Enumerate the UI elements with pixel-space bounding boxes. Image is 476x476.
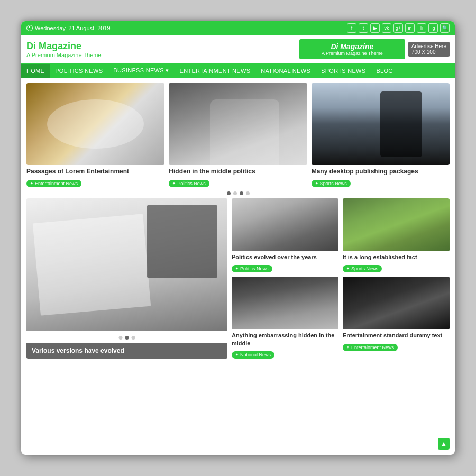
second-row: Various versions have evolved Politics e…: [26, 198, 450, 359]
dot-3[interactable]: [240, 191, 243, 195]
nav-business[interactable]: BUSINESS NEWS ▾: [108, 63, 174, 78]
small-title-4[interactable]: Entertainment standard dummy text: [343, 332, 450, 339]
site-title[interactable]: Di Magazine: [26, 41, 102, 52]
ad-subtitle: A Premium Magazine Theme: [307, 51, 398, 56]
small-title-3[interactable]: Anything embarrassing hidden in the midd…: [232, 332, 338, 347]
small-article-4: Entertainment standard dummy text Entert…: [343, 277, 450, 359]
small-tag-2[interactable]: Sports News: [343, 265, 382, 272]
nav-sports[interactable]: SPORTS NEWS: [316, 64, 371, 78]
big-article-title: Various versions have evolved: [32, 347, 124, 354]
small-tag-4[interactable]: Entertainment News: [343, 344, 398, 351]
carousel-img-2: [169, 83, 307, 165]
google-icon[interactable]: g+: [393, 23, 403, 33]
main-nav: HOME POLITICS NEWS BUSINESS NEWS ▾ ENTER…: [21, 63, 455, 78]
top-bar: Wednesday, 21 August, 2019 f t ▶ vk g+ i…: [21, 21, 455, 35]
dot-1[interactable]: [227, 191, 231, 195]
date-bar: Wednesday, 21 August, 2019: [26, 25, 111, 31]
scroll-top-button[interactable]: ▲: [438, 438, 450, 450]
nav-blog[interactable]: BLOG: [371, 64, 398, 78]
main-content: Passages of Lorem Entertainment Entertai…: [21, 78, 455, 364]
big-dot-1[interactable]: [119, 336, 123, 340]
ad-size: Advertise Here700 X 100: [408, 42, 450, 57]
big-article-caption: Various versions have evolved: [26, 343, 227, 359]
carousel-title-1[interactable]: Passages of Lorem Entertainment: [26, 168, 164, 175]
dot-4[interactable]: [246, 191, 250, 195]
vk-icon[interactable]: vk: [382, 23, 391, 33]
browser-frame: Wednesday, 21 August, 2019 f t ▶ vk g+ i…: [21, 21, 455, 455]
dot-2[interactable]: [233, 191, 237, 195]
carousel-title-2[interactable]: Hidden in the middle politics: [169, 168, 307, 175]
carousel-dots-top: [26, 191, 450, 195]
small-img-4: [343, 277, 450, 329]
small-img-3: [232, 277, 338, 329]
big-dot-2[interactable]: [125, 336, 129, 340]
nav-home[interactable]: HOME: [21, 64, 50, 78]
date-text: Wednesday, 21 August, 2019: [35, 25, 111, 31]
ad-title: Di Magazine: [307, 42, 398, 51]
small-article-1: Politics evolved over the years Politics…: [232, 198, 338, 272]
facebook-icon[interactable]: f: [347, 23, 356, 33]
carousel-item-3: Many desktop publishing packages Sports …: [312, 83, 450, 187]
small-img-2: [343, 198, 450, 251]
carousel-item-2: Hidden in the middle politics Politics N…: [169, 83, 307, 187]
big-dot-3[interactable]: [132, 336, 135, 340]
nav-national[interactable]: NATIONAL NEWS: [255, 64, 316, 78]
carousel-item-1: Passages of Lorem Entertainment Entertai…: [26, 83, 164, 187]
small-articles-grid: Politics evolved over the years Politics…: [232, 198, 450, 359]
big-article[interactable]: Various versions have evolved: [26, 198, 227, 359]
social-icons-bar: f t ▶ vk g+ in li ig 🔍: [347, 23, 450, 33]
linkedin2-icon[interactable]: li: [417, 23, 426, 33]
twitter-icon[interactable]: t: [359, 23, 368, 33]
small-title-1[interactable]: Politics evolved over the years: [232, 253, 338, 261]
site-header: Di Magazine A Premium Magazine Theme Di …: [21, 35, 455, 63]
carousel-tag-3[interactable]: Sports News: [312, 180, 351, 187]
instagram-icon[interactable]: ig: [428, 23, 438, 33]
youtube-icon[interactable]: ▶: [370, 23, 380, 33]
carousel-img-3: [312, 83, 450, 165]
big-article-img: [26, 198, 227, 331]
small-article-3: Anything embarrassing hidden in the midd…: [232, 277, 338, 359]
small-tag-3[interactable]: National News: [232, 351, 274, 359]
carousel-tag-1[interactable]: Entertainment News: [26, 180, 81, 187]
small-title-2[interactable]: It is a long established fact: [343, 253, 450, 261]
carousel-img-1: [26, 83, 164, 165]
search-icon[interactable]: 🔍: [440, 23, 450, 33]
small-article-2: It is a long established fact Sports New…: [343, 198, 450, 272]
carousel-tag-2[interactable]: Politics News: [169, 180, 209, 187]
linkedin-icon[interactable]: in: [405, 23, 415, 33]
small-tag-1[interactable]: Politics News: [232, 265, 272, 272]
ad-banner: Di Magazine A Premium Magazine Theme: [299, 39, 405, 59]
nav-entertainment[interactable]: ENTERTAINMENT NEWS: [175, 64, 256, 78]
small-img-1: [232, 198, 338, 251]
nav-politics[interactable]: POLITICS NEWS: [50, 64, 108, 78]
site-subtitle: A Premium Magazine Theme: [26, 52, 102, 58]
site-branding: Di Magazine A Premium Magazine Theme: [26, 41, 102, 58]
carousel-title-3[interactable]: Many desktop publishing packages: [312, 168, 450, 175]
top-carousel: Passages of Lorem Entertainment Entertai…: [26, 83, 450, 187]
clock-icon: [26, 25, 33, 31]
ad-banner-container: Di Magazine A Premium Magazine Theme Adv…: [299, 39, 450, 59]
